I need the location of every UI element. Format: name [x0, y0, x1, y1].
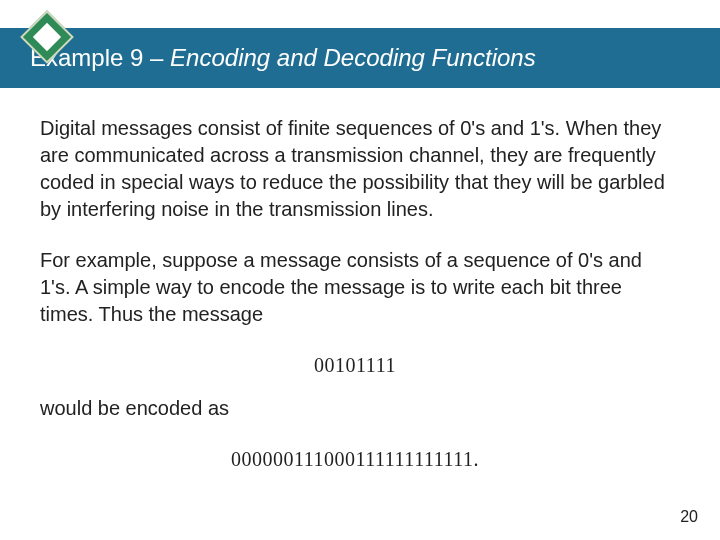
title-bar: Example 9 – Encoding and Decoding Functi…: [0, 28, 720, 88]
title-subtitle: Encoding and Decoding Functions: [170, 44, 536, 71]
encoded-bits: 000000111000111111111111.: [40, 446, 670, 473]
page-number: 20: [680, 508, 698, 526]
paragraph-2: For example, suppose a message consists …: [40, 247, 670, 328]
slide-title: Example 9 – Encoding and Decoding Functi…: [30, 44, 536, 72]
slide: Example 9 – Encoding and Decoding Functi…: [0, 0, 720, 540]
body-content: Digital messages consist of finite seque…: [40, 115, 670, 473]
paragraph-1: Digital messages consist of finite seque…: [40, 115, 670, 223]
paragraph-3: would be encoded as: [40, 395, 670, 422]
message-bits: 00101111: [40, 352, 670, 379]
